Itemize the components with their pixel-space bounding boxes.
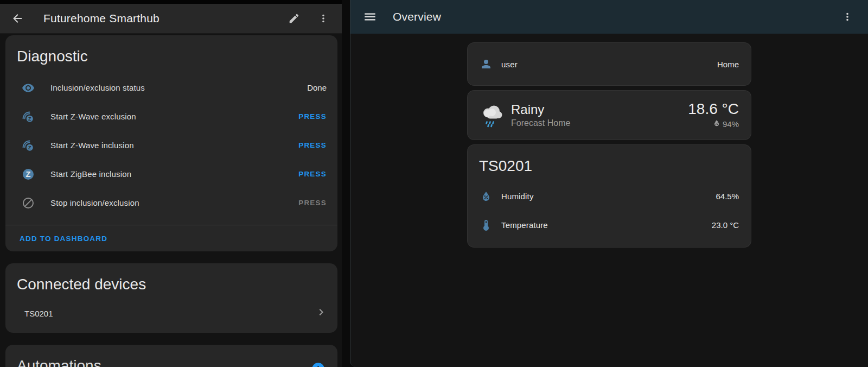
row-stop-inclusion: Stop inclusion/exclusion PRESS (5, 188, 337, 217)
thermometer-icon (480, 219, 493, 232)
cancel-icon (22, 197, 35, 210)
diagnostic-card-title: Diagnostic (5, 35, 337, 73)
weather-state: Rainy (511, 102, 688, 117)
svg-text:Z: Z (26, 170, 31, 179)
row-zwave-exclusion: Z Start Z-Wave exclusion PRESS (5, 102, 337, 131)
eye-icon (22, 81, 35, 94)
arrow-left-icon (11, 12, 24, 25)
automations-card: Automations (5, 345, 337, 367)
sidebar-menu-button[interactable] (359, 6, 381, 28)
left-app-bar: Futurehome Smarthub (0, 4, 342, 34)
row-zigbee-inclusion: Z Start ZigBee inclusion PRESS (5, 160, 337, 188)
svg-text:Z: Z (28, 145, 31, 150)
user-entity-card[interactable]: user Home (467, 42, 751, 86)
right-app-bar: Overview (350, 0, 868, 34)
ts0201-card-title: TS0201 (468, 145, 751, 182)
diagnostic-card: Diagnostic Inclusion/exclusion status Do… (5, 35, 337, 251)
row-zwave-inclusion: Z Start Z-Wave inclusion PRESS (5, 131, 337, 160)
weather-humidity-value: 94% (723, 119, 739, 129)
press-button[interactable]: PRESS (298, 141, 327, 149)
dashboard-title: Overview (393, 10, 837, 23)
humidity-entity-row[interactable]: Humidity 64.5% (468, 182, 751, 211)
add-automation-button[interactable] (311, 362, 326, 367)
weather-temperature: 18.6 °C (688, 101, 739, 117)
humidity-icon (480, 190, 493, 203)
diagnostic-rows: Inclusion/exclusion status Done Z (5, 73, 337, 225)
press-button-disabled[interactable]: PRESS (298, 199, 327, 207)
row-label: Start Z-Wave inclusion (50, 141, 298, 150)
water-percent-icon (712, 119, 721, 129)
weather-forecast-card[interactable]: Rainy Forecast Home 18.6 °C 94% (467, 90, 751, 140)
pencil-icon (288, 12, 300, 24)
add-to-dashboard-button[interactable]: ADD TO DASHBOARD (20, 235, 107, 243)
back-button[interactable] (7, 8, 28, 29)
card-column: user Home (467, 34, 751, 367)
ts0201-card: TS0201 Humidity 64.5% (467, 144, 751, 248)
account-icon (480, 58, 493, 71)
weather-entity-name: Forecast Home (511, 118, 688, 128)
window-separator (342, 0, 350, 367)
connected-devices-title: Connected devices (5, 263, 337, 299)
temperature-entity-row[interactable]: Temperature 23.0 °C (468, 211, 751, 239)
overview-window: Overview user Home (350, 0, 868, 367)
row-inclusion-status: Inclusion/exclusion status Done (5, 73, 337, 102)
automations-header: Automations (5, 345, 337, 367)
user-entity-state: Home (717, 60, 739, 69)
diagnostic-card-footer: ADD TO DASHBOARD (5, 225, 337, 251)
row-label: Stop inclusion/exclusion (50, 198, 298, 207)
zwave-icon: Z (22, 110, 35, 123)
dashboard-area: user Home (350, 34, 868, 367)
press-button[interactable]: PRESS (298, 112, 327, 121)
hamburger-menu-icon (363, 10, 377, 24)
connected-device-item[interactable]: TS0201 (5, 299, 337, 327)
temperature-value: 23.0 °C (712, 220, 739, 230)
humidity-label: Humidity (501, 192, 716, 201)
device-name: TS0201 (24, 309, 315, 318)
humidity-value: 64.5% (716, 192, 739, 201)
screen: Futurehome Smarthub Diagnostic (0, 0, 868, 367)
connected-devices-card: Connected devices TS0201 (5, 263, 337, 333)
svg-text:Z: Z (28, 116, 31, 122)
page-title: Futurehome Smarthub (43, 12, 283, 25)
status-value: Done (307, 83, 327, 92)
zigbee-icon: Z (22, 168, 35, 181)
weather-humidity-row: 94% (688, 119, 739, 129)
temperature-label: Temperature (501, 220, 712, 230)
row-label: Start ZigBee inclusion (50, 169, 298, 179)
row-label: Start Z-Wave exclusion (50, 112, 298, 121)
device-detail-window: Futurehome Smarthub Diagnostic (0, 0, 342, 367)
status-bar (0, 0, 342, 4)
row-label: Inclusion/exclusion status (50, 83, 307, 92)
automations-title: Automations (17, 357, 311, 367)
left-scroll-area: Diagnostic Inclusion/exclusion status Do… (0, 34, 342, 367)
weather-pouring-icon (476, 102, 507, 128)
press-button[interactable]: PRESS (298, 170, 327, 178)
overflow-menu-button[interactable] (312, 8, 334, 29)
chevron-right-icon (315, 306, 328, 321)
dashboard-overflow-menu-button[interactable] (837, 6, 858, 28)
ts0201-rows: Humidity 64.5% Temperature 23.0 °C (468, 182, 751, 247)
weather-readings: 18.6 °C 94% (688, 101, 739, 129)
weather-main: Rainy Forecast Home (511, 102, 688, 128)
dots-vertical-icon (841, 11, 853, 23)
dots-vertical-icon (317, 12, 329, 24)
zwave-icon: Z (22, 139, 35, 152)
user-entity-label: user (501, 60, 717, 69)
edit-button[interactable] (283, 8, 305, 29)
